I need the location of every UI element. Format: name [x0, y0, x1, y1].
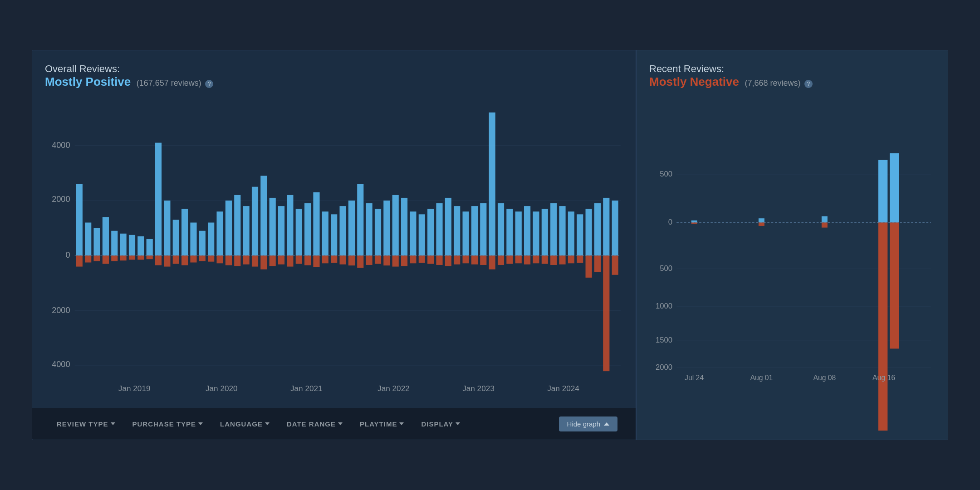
- svg-rect-119: [550, 255, 557, 265]
- svg-rect-102: [480, 203, 486, 255]
- overall-count: (167,657 reviews): [137, 78, 201, 88]
- svg-rect-85: [401, 255, 407, 266]
- svg-rect-103: [480, 255, 486, 265]
- svg-rect-10: [76, 184, 83, 256]
- svg-rect-18: [111, 231, 118, 256]
- svg-rect-57: [278, 255, 284, 264]
- svg-rect-45: [225, 255, 232, 265]
- svg-rect-154: [759, 218, 764, 222]
- svg-text:4000: 4000: [52, 141, 70, 150]
- svg-rect-39: [199, 255, 206, 261]
- svg-rect-86: [410, 211, 416, 255]
- svg-rect-15: [93, 255, 100, 261]
- svg-rect-129: [594, 255, 601, 272]
- filters-bar: REVIEW TYPE PURCHASE TYPE LANGUAGE DATE …: [32, 408, 636, 440]
- chevron-up-icon: [604, 422, 609, 426]
- svg-rect-130: [603, 198, 609, 255]
- svg-rect-116: [542, 209, 548, 255]
- svg-rect-91: [427, 255, 434, 264]
- svg-rect-59: [287, 255, 293, 266]
- svg-rect-90: [427, 209, 434, 255]
- svg-rect-82: [392, 195, 399, 255]
- display-filter[interactable]: DISPLAY: [415, 416, 466, 431]
- svg-rect-24: [137, 236, 144, 255]
- svg-rect-152: [691, 220, 697, 223]
- hide-graph-button[interactable]: Hide graph: [559, 416, 617, 431]
- recent-info-icon[interactable]: ?: [804, 80, 813, 88]
- purchase-type-filter[interactable]: PURCHASE TYPE: [126, 416, 210, 431]
- svg-rect-153: [691, 222, 697, 224]
- svg-rect-21: [120, 255, 127, 260]
- svg-rect-156: [822, 216, 828, 223]
- svg-rect-89: [419, 255, 425, 263]
- svg-rect-51: [252, 255, 258, 266]
- svg-rect-77: [366, 255, 372, 265]
- svg-rect-71: [339, 255, 346, 264]
- svg-rect-47: [234, 255, 240, 266]
- svg-rect-41: [208, 255, 214, 261]
- svg-rect-49: [243, 255, 250, 264]
- svg-rect-74: [357, 184, 363, 256]
- purchase-type-arrow: [198, 422, 203, 425]
- svg-rect-28: [155, 143, 162, 256]
- svg-rect-26: [147, 239, 153, 255]
- svg-rect-29: [155, 255, 162, 265]
- playtime-filter[interactable]: PLAYTIME: [353, 416, 410, 431]
- recent-heading: Recent Reviews:: [649, 63, 724, 74]
- svg-rect-13: [85, 255, 91, 262]
- svg-rect-33: [173, 255, 179, 264]
- svg-rect-115: [533, 255, 539, 263]
- svg-rect-63: [304, 255, 311, 265]
- svg-rect-62: [304, 203, 311, 255]
- svg-rect-128: [594, 203, 601, 255]
- display-arrow: [456, 422, 460, 425]
- svg-rect-68: [331, 214, 337, 255]
- svg-rect-44: [225, 201, 232, 255]
- svg-rect-16: [103, 217, 109, 255]
- svg-text:2000: 2000: [52, 195, 70, 204]
- svg-rect-78: [375, 209, 381, 255]
- svg-rect-31: [164, 255, 170, 266]
- svg-rect-131: [603, 255, 609, 371]
- svg-rect-53: [260, 255, 267, 269]
- svg-rect-110: [515, 211, 522, 255]
- svg-rect-113: [524, 255, 530, 264]
- svg-rect-76: [366, 203, 372, 255]
- svg-rect-92: [436, 203, 442, 255]
- svg-rect-22: [129, 235, 135, 256]
- recent-count: (7,668 reviews): [745, 78, 800, 88]
- svg-rect-93: [436, 255, 442, 265]
- svg-rect-79: [375, 255, 381, 264]
- svg-rect-61: [296, 255, 302, 264]
- language-filter[interactable]: LANGUAGE: [214, 416, 276, 431]
- svg-rect-14: [93, 228, 100, 256]
- svg-rect-42: [216, 211, 223, 255]
- svg-rect-133: [612, 255, 618, 274]
- svg-rect-126: [586, 209, 592, 255]
- svg-rect-40: [208, 223, 214, 256]
- svg-text:Jan 2021: Jan 2021: [290, 384, 323, 393]
- svg-rect-155: [759, 222, 764, 225]
- review-type-filter[interactable]: REVIEW TYPE: [50, 416, 122, 431]
- svg-rect-64: [313, 192, 319, 256]
- svg-rect-48: [243, 206, 250, 255]
- svg-text:4000: 4000: [52, 360, 70, 369]
- svg-rect-98: [463, 211, 469, 255]
- language-arrow: [265, 422, 270, 425]
- svg-rect-123: [568, 255, 574, 263]
- svg-rect-46: [234, 195, 240, 255]
- svg-rect-20: [120, 234, 127, 256]
- svg-rect-30: [164, 201, 170, 255]
- svg-rect-35: [181, 255, 188, 265]
- svg-text:Jan 2023: Jan 2023: [462, 384, 495, 393]
- overall-info-icon[interactable]: ?: [205, 80, 213, 88]
- date-range-filter[interactable]: DATE RANGE: [280, 416, 349, 431]
- svg-rect-125: [577, 255, 583, 263]
- svg-text:Jul 24: Jul 24: [685, 374, 704, 382]
- svg-text:1500: 1500: [656, 336, 672, 344]
- svg-rect-58: [287, 195, 293, 255]
- svg-rect-121: [559, 255, 565, 264]
- svg-rect-160: [878, 222, 887, 431]
- svg-rect-11: [76, 255, 83, 266]
- main-container: Overall Reviews: Mostly Positive (167,65…: [32, 50, 948, 440]
